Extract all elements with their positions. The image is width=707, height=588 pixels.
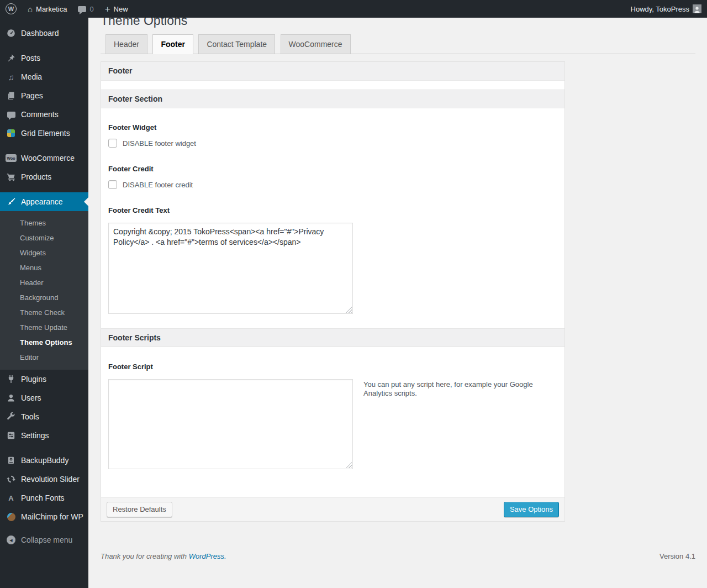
submenu-item-theme-options[interactable]: Theme Options (0, 335, 88, 350)
plugins-plug-icon (6, 375, 17, 384)
woocommerce-icon (6, 154, 17, 162)
site-name-label: Marketica (36, 5, 67, 13)
home-icon: ⌂ (28, 5, 33, 13)
sidebar-item-dashboard[interactable]: Dashboard (0, 24, 88, 43)
submenu-item-menus[interactable]: Menus (0, 260, 88, 275)
new-content-menu[interactable]: + New (99, 0, 134, 18)
sidebar-item-punch-fonts[interactable]: Punch Fonts (0, 489, 88, 507)
sidebar-item-label: Revolution Slider (21, 475, 80, 484)
products-cart-icon (6, 172, 17, 181)
comments-icon (6, 112, 17, 118)
sidebar-item-label: Pages (21, 91, 43, 100)
submenu-item-theme-check[interactable]: Theme Check (0, 305, 88, 320)
comment-count: 0 (89, 5, 93, 13)
footer-section-body: Footer Widget DISABLE footer widget Foot… (101, 108, 564, 328)
sidebar-item-tools[interactable]: Tools (0, 407, 88, 426)
collapse-menu-button[interactable]: Collapse menu (0, 531, 88, 549)
submenu-item-editor[interactable]: Editor (0, 350, 88, 365)
main-content: Theme Options Header Footer Contact Temp… (88, 0, 707, 571)
wp-logo-icon (6, 3, 17, 14)
tab-woocommerce[interactable]: WooCommerce (281, 34, 351, 54)
sidebar-item-label: Media (21, 72, 42, 81)
sidebar-item-woocommerce[interactable]: WooCommerce (0, 149, 88, 167)
users-icon (6, 393, 17, 402)
wordpress-logo-menu[interactable] (0, 0, 22, 18)
submenu-item-widgets[interactable]: Widgets (0, 245, 88, 260)
wordpress-link[interactable]: WordPress. (189, 552, 226, 560)
my-account-menu[interactable]: Howdy, TokoPress (625, 0, 707, 18)
panel-header: Footer (101, 62, 564, 81)
submenu-item-themes[interactable]: Themes (0, 216, 88, 230)
restore-defaults-button[interactable]: Restore Defaults (107, 502, 172, 517)
menu-separator (0, 143, 88, 149)
footer-credit-textarea[interactable]: Copyright &copy; 2015 TokoPress<span><a … (108, 223, 353, 314)
disable-footer-widget-row[interactable]: DISABLE footer widget (108, 139, 196, 148)
footer-options-panel: Footer Footer Section Footer Widget DISA… (101, 61, 565, 522)
site-name-link[interactable]: ⌂ Marketica (22, 0, 72, 18)
sidebar-item-appearance[interactable]: Appearance (0, 192, 88, 211)
sidebar-item-settings[interactable]: Settings (0, 426, 88, 445)
admin-bar: ⌂ Marketica 0 + New Howdy, TokoPress (0, 0, 707, 18)
punch-fonts-icon (6, 495, 17, 502)
revolution-slider-icon (6, 475, 17, 484)
disable-footer-credit-label: DISABLE footer credit (123, 181, 193, 189)
footer-credit-textarea-wrap: Copyright &copy; 2015 TokoPress<span><a … (108, 223, 353, 314)
sidebar-item-comments[interactable]: Comments (0, 105, 88, 124)
comments-link[interactable]: 0 (72, 0, 99, 18)
sidebar-item-products[interactable]: Products (0, 167, 88, 186)
backupbuddy-icon (6, 456, 17, 465)
tools-wrench-icon (6, 412, 17, 421)
sidebar-item-backupbuddy[interactable]: BackupBuddy (0, 451, 88, 470)
save-options-button[interactable]: Save Options (504, 502, 559, 517)
footer-script-help-text: You can put any script here, for example… (363, 380, 535, 398)
collapse-menu-label: Collapse menu (21, 536, 72, 544)
dashboard-icon (6, 29, 17, 38)
sidebar-item-label: Tools (21, 412, 39, 421)
footer-script-textarea[interactable] (108, 379, 353, 469)
tab-footer[interactable]: Footer (152, 34, 193, 54)
collapse-icon (6, 536, 17, 544)
sidebar-item-posts[interactable]: Posts (0, 49, 88, 67)
sidebar-item-label: Plugins (21, 375, 46, 384)
sidebar-item-label: Settings (21, 431, 49, 440)
footer-script-row: You can put any script here, for example… (108, 371, 557, 469)
sidebar-item-plugins[interactable]: Plugins (0, 370, 88, 389)
pages-icon (6, 91, 17, 100)
media-icon: ♫ (6, 73, 17, 81)
submenu-item-header[interactable]: Header (0, 275, 88, 290)
disable-footer-widget-checkbox[interactable] (108, 139, 117, 148)
disable-footer-widget-label: DISABLE footer widget (123, 139, 196, 148)
panel-actions-bar: Restore Defaults Save Options (101, 497, 564, 521)
theme-options-tabs: Header Footer Contact Template WooCommer… (101, 34, 695, 54)
sidebar-item-label: Appearance (21, 197, 63, 206)
sidebar-item-grid-elements[interactable]: Grid Elements (0, 124, 88, 143)
panel-gap (101, 81, 564, 90)
footer-thanks-text: Thank you for creating with (101, 552, 187, 560)
submenu-item-theme-update[interactable]: Theme Update (0, 320, 88, 335)
appearance-submenu: Themes Customize Widgets Menus Header Ba… (0, 211, 88, 370)
sidebar-item-revolution-slider[interactable]: Revolution Slider (0, 470, 88, 489)
settings-sliders-icon (6, 431, 17, 440)
sidebar-item-label: Grid Elements (21, 129, 70, 138)
sidebar-item-label: BackupBuddy (21, 456, 68, 465)
tab-header[interactable]: Header (105, 34, 147, 54)
sidebar-item-mailchimp[interactable]: MailChimp for WP (0, 507, 88, 526)
footer-scripts-header: Footer Scripts (101, 328, 564, 347)
sidebar-item-users[interactable]: Users (0, 389, 88, 407)
menu-separator (0, 43, 88, 49)
tab-contact-template[interactable]: Contact Template (198, 34, 275, 54)
disable-footer-credit-checkbox[interactable] (108, 180, 117, 189)
sidebar-item-media[interactable]: ♫ Media (0, 67, 88, 86)
submenu-item-background[interactable]: Background (0, 290, 88, 305)
sidebar-item-pages[interactable]: Pages (0, 86, 88, 105)
menu-separator (0, 445, 88, 451)
footer-script-textarea-wrap (108, 379, 353, 469)
new-label: New (114, 5, 128, 13)
sidebar-item-label: WooCommerce (21, 154, 75, 162)
disable-footer-credit-row[interactable]: DISABLE footer credit (108, 180, 193, 189)
footer-thanks: Thank you for creating with WordPress. (101, 552, 226, 560)
submenu-item-customize[interactable]: Customize (0, 230, 88, 245)
posts-pin-icon (6, 54, 17, 62)
comments-bubble-icon (78, 6, 86, 12)
mailchimp-icon (6, 513, 17, 521)
